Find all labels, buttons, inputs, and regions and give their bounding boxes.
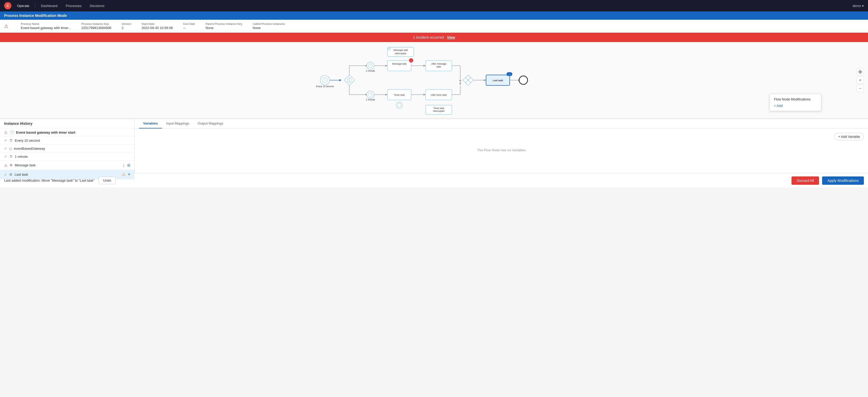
zoom-recenter-button[interactable] [857, 68, 864, 76]
history-gear-icon-5: ⚙ [9, 173, 12, 176]
end-date-group: End Date -- [183, 22, 195, 30]
history-item-text-0: Event based gateway with timer start [16, 131, 130, 134]
nav-item-processes[interactable]: Processes [62, 2, 85, 9]
history-gear-icon-4: ⚙ [9, 163, 13, 167]
instance-history-panel: Instance History ⚠ 📄 Event based gateway… [0, 119, 135, 173]
undo-button[interactable]: Undo [99, 177, 116, 184]
variables-content: + Add Variable The Flow Node has no Vari… [135, 129, 868, 173]
footer-actions: Discard All Apply Modifications [792, 176, 864, 185]
history-success-icon-5: ✓ [4, 173, 7, 177]
history-item-timer1[interactable]: ✓ ⏱ Every 10 second [0, 137, 134, 144]
last-task-actions: ⚠ + [122, 172, 130, 177]
called-instances-label: Called Process Instances [253, 22, 285, 25]
message-task-actions: ↓ ⊘ [123, 163, 130, 168]
end-event [519, 76, 527, 84]
svg-text:Message task: Message task [393, 49, 408, 51]
diagram-area[interactable]: Every 10 second 1 minute Message task 1 [0, 42, 868, 119]
history-item-root[interactable]: ⚠ 📄 Event based gateway with timer start [0, 129, 134, 137]
svg-text:interrupted: interrupted [433, 110, 444, 112]
instance-key-value: 2251799813694906 [82, 26, 112, 30]
history-item-text-5: Last task [14, 173, 120, 176]
called-instances-value: None [253, 26, 285, 30]
history-success-icon-2: ✓ [4, 146, 7, 150]
incident-banner: 1 Incident occurred View [0, 33, 868, 42]
top-nav: C Operate Dashboard Processes Decisions … [0, 0, 868, 11]
parent-key-label: Parent Process Instance Key [206, 22, 242, 25]
start-date-label: Start Date [142, 22, 173, 25]
nav-item-operate[interactable]: Operate [13, 2, 33, 9]
version-value: 2 [122, 26, 131, 30]
discard-all-button[interactable]: Discard All [792, 176, 819, 185]
add-variable-button[interactable]: + Add Variable [834, 133, 864, 140]
svg-text:1 minute: 1 minute [366, 69, 375, 72]
history-clock-icon-3: ⏱ [9, 154, 13, 159]
called-instances-group: Called Process Instances None [253, 22, 285, 30]
tab-output-mappings[interactable]: Output Mappings [193, 119, 227, 129]
zoom-out-button[interactable]: − [857, 85, 864, 92]
history-doc-icon-0: 📄 [9, 130, 14, 134]
history-item-timer2[interactable]: ✓ ⏱ 1 minute [0, 152, 134, 161]
instance-history-title: Instance History [0, 119, 134, 129]
app-logo: C [4, 2, 11, 9]
end-date-value: -- [183, 26, 195, 30]
history-item-text-1: Every 10 second [15, 139, 130, 142]
modification-mode-banner: Process Instance Modification Mode [0, 11, 868, 20]
history-item-gateway[interactable]: ✓ ◇ eventBasedGateway [0, 144, 134, 152]
start-date-value: 2022-09-30 10:56:06 [142, 26, 173, 30]
svg-point-57 [860, 72, 861, 73]
process-name-label: Process Name [21, 22, 71, 25]
nav-item-dashboard[interactable]: Dashboard [37, 2, 61, 9]
flow-node-add-button[interactable]: + Add [774, 104, 817, 108]
bottom-panel: Instance History ⚠ 📄 Event based gateway… [0, 119, 868, 173]
apply-modifications-button[interactable]: Apply Modifications [822, 176, 864, 185]
history-clock-icon-1: ⏱ [9, 139, 13, 142]
history-item-message-task[interactable]: ⚠ ⚙ Message task ↓ ⊘ [0, 161, 134, 170]
svg-point-43 [396, 102, 402, 108]
process-name-value: Event based gateway with timer... [21, 26, 71, 30]
tab-input-mappings[interactable]: Input Mappings [162, 119, 193, 129]
svg-text:Timer task: Timer task [433, 107, 444, 110]
svg-text:Last task: Last task [493, 79, 503, 82]
variables-panel: Variables Input Mappings Output Mappings… [135, 119, 868, 173]
process-diagram: Every 10 second 1 minute Message task 1 [0, 42, 868, 118]
nav-divider [35, 2, 35, 7]
history-error-icon-4: ⚠ [4, 163, 7, 167]
message-task-box [388, 60, 411, 71]
view-incident-link[interactable]: View [447, 35, 455, 39]
variables-tabs: Variables Input Mappings Output Mappings [135, 119, 868, 129]
history-success-icon-1: ✓ [4, 138, 7, 142]
start-date-group: Start Date 2022-09-30 10:56:06 [142, 22, 173, 30]
cancel-modification-icon[interactable]: ⊘ [127, 163, 130, 168]
nav-items: Operate Dashboard Processes Decisions [13, 2, 850, 9]
version-group: Version 2 [122, 22, 131, 30]
svg-text:Message task: Message task [392, 62, 407, 65]
history-item-text-2: eventBasedGateway [14, 147, 130, 150]
process-name-group: Process Name Event based gateway with ti… [21, 22, 71, 30]
svg-text:+1: +1 [508, 73, 511, 76]
history-error-icon-0: ⚠ [4, 130, 7, 134]
history-gateway-icon-2: ◇ [9, 147, 12, 150]
no-variables-message: The Flow Node has no Variables [139, 148, 864, 152]
svg-text:After timer task: After timer task [431, 94, 447, 96]
move-arrow-icon: ↓ [123, 163, 125, 168]
zoom-in-button[interactable]: + [857, 77, 864, 84]
instance-key-group: Process Instance Key 2251799813694906 [82, 22, 112, 30]
flow-node-popup: Flow Node Modifications + Add [770, 94, 822, 111]
process-info-bar: ⚠ Process Name Event based gateway with … [0, 20, 868, 33]
warning-icon-5: ⚠ [122, 172, 125, 177]
svg-text:task: task [437, 65, 441, 68]
svg-text:After message: After message [431, 62, 446, 65]
parent-key-group: Parent Process Instance Key None [206, 22, 242, 30]
instance-key-label: Process Instance Key [82, 22, 112, 25]
process-error-icon: ⚠ [4, 23, 8, 29]
user-menu[interactable]: demo ▾ [852, 4, 864, 8]
svg-text:interrupted: interrupted [395, 52, 406, 55]
add-modification-button[interactable]: + [128, 172, 130, 177]
svg-text:1: 1 [411, 60, 412, 62]
version-label: Version [122, 22, 131, 25]
svg-text:Timer task: Timer task [394, 94, 405, 96]
svg-text:Every 10 second: Every 10 second [316, 85, 334, 88]
tab-variables[interactable]: Variables [139, 119, 162, 129]
nav-item-decisions[interactable]: Decisions [86, 2, 108, 9]
svg-text:1 minute: 1 minute [366, 98, 375, 101]
